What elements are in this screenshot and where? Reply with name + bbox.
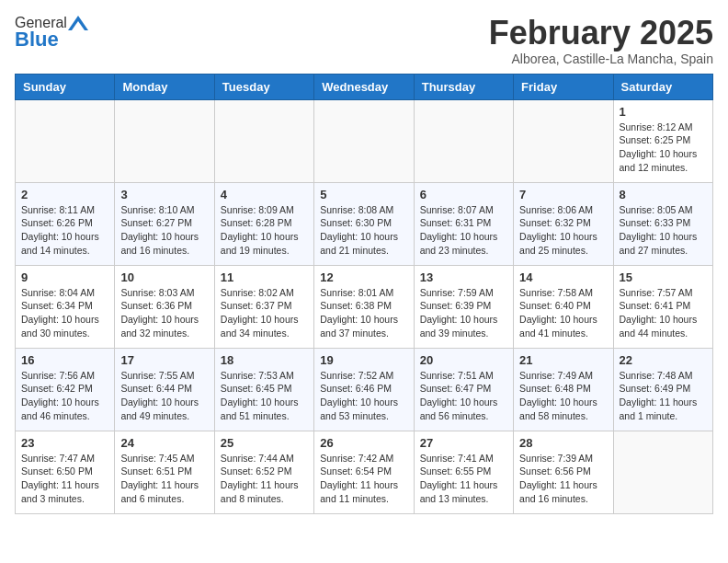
day-number: 25 <box>221 436 308 450</box>
calendar-day-cell: 20Sunrise: 7:51 AM Sunset: 6:47 PM Dayli… <box>414 348 513 431</box>
day-info: Sunrise: 7:55 AM Sunset: 6:44 PM Dayligh… <box>120 369 208 423</box>
day-number: 3 <box>120 188 208 201</box>
day-info: Sunrise: 7:51 AM Sunset: 6:47 PM Dayligh… <box>420 369 507 423</box>
day-number: 18 <box>221 353 308 367</box>
day-info: Sunrise: 8:12 AM Sunset: 6:25 PM Dayligh… <box>620 121 707 175</box>
day-number: 19 <box>320 353 407 367</box>
day-number: 21 <box>519 353 607 367</box>
calendar-day-cell: 24Sunrise: 7:45 AM Sunset: 6:51 PM Dayli… <box>115 431 214 513</box>
weekday-header: Sunday <box>16 74 115 99</box>
calendar-week-row: 9Sunrise: 8:04 AM Sunset: 6:34 PM Daylig… <box>16 265 713 348</box>
calendar-day-cell: 14Sunrise: 7:58 AM Sunset: 6:40 PM Dayli… <box>514 265 613 348</box>
day-info: Sunrise: 8:05 AM Sunset: 6:33 PM Dayligh… <box>620 203 707 258</box>
weekday-header: Thursday <box>414 74 513 99</box>
calendar-day-cell: 15Sunrise: 7:57 AM Sunset: 6:41 PM Dayli… <box>613 265 712 348</box>
logo-blue-text: Blue <box>15 28 59 52</box>
day-info: Sunrise: 7:57 AM Sunset: 6:41 PM Dayligh… <box>620 286 707 340</box>
day-number: 1 <box>620 105 707 119</box>
calendar-day-cell: 8Sunrise: 8:05 AM Sunset: 6:33 PM Daylig… <box>613 182 712 265</box>
calendar-day-cell: 21Sunrise: 7:49 AM Sunset: 6:48 PM Dayli… <box>514 348 613 431</box>
calendar-day-cell: 12Sunrise: 8:01 AM Sunset: 6:38 PM Dayli… <box>314 265 414 348</box>
calendar-day-cell: 18Sunrise: 7:53 AM Sunset: 6:45 PM Dayli… <box>214 348 313 431</box>
calendar-day-cell <box>16 99 115 182</box>
day-info: Sunrise: 8:02 AM Sunset: 6:37 PM Dayligh… <box>221 286 308 340</box>
day-info: Sunrise: 8:07 AM Sunset: 6:31 PM Dayligh… <box>420 203 507 258</box>
day-info: Sunrise: 7:59 AM Sunset: 6:39 PM Dayligh… <box>420 286 507 340</box>
weekday-header: Friday <box>514 74 613 99</box>
calendar-day-cell: 3Sunrise: 8:10 AM Sunset: 6:27 PM Daylig… <box>115 182 214 265</box>
calendar-day-cell: 13Sunrise: 7:59 AM Sunset: 6:39 PM Dayli… <box>414 265 513 348</box>
calendar-day-cell: 2Sunrise: 8:11 AM Sunset: 6:26 PM Daylig… <box>16 182 115 265</box>
day-info: Sunrise: 7:41 AM Sunset: 6:55 PM Dayligh… <box>420 452 507 506</box>
day-info: Sunrise: 7:39 AM Sunset: 6:56 PM Dayligh… <box>519 452 607 506</box>
day-number: 26 <box>320 436 407 450</box>
calendar-day-cell: 7Sunrise: 8:06 AM Sunset: 6:32 PM Daylig… <box>514 182 613 265</box>
day-number: 28 <box>519 436 607 450</box>
day-info: Sunrise: 7:53 AM Sunset: 6:45 PM Dayligh… <box>221 369 308 423</box>
day-number: 12 <box>320 270 407 284</box>
day-number: 24 <box>120 436 208 450</box>
calendar-day-cell: 25Sunrise: 7:44 AM Sunset: 6:52 PM Dayli… <box>214 431 313 513</box>
day-info: Sunrise: 7:52 AM Sunset: 6:46 PM Dayligh… <box>320 369 407 423</box>
day-number: 8 <box>620 188 707 201</box>
day-number: 14 <box>519 270 607 284</box>
calendar-day-cell: 26Sunrise: 7:42 AM Sunset: 6:54 PM Dayli… <box>314 431 414 513</box>
calendar-week-row: 23Sunrise: 7:47 AM Sunset: 6:50 PM Dayli… <box>16 431 713 513</box>
day-number: 11 <box>221 270 308 284</box>
month-title: February 2025 <box>489 15 713 52</box>
calendar-day-cell: 6Sunrise: 8:07 AM Sunset: 6:31 PM Daylig… <box>414 182 513 265</box>
weekday-header: Tuesday <box>214 74 313 99</box>
calendar-day-cell: 17Sunrise: 7:55 AM Sunset: 6:44 PM Dayli… <box>115 348 214 431</box>
day-number: 4 <box>221 188 308 201</box>
logo-icon <box>68 16 88 30</box>
day-number: 6 <box>420 188 507 201</box>
calendar-header-row: SundayMondayTuesdayWednesdayThursdayFrid… <box>16 74 713 99</box>
calendar-day-cell: 19Sunrise: 7:52 AM Sunset: 6:46 PM Dayli… <box>314 348 414 431</box>
day-info: Sunrise: 7:48 AM Sunset: 6:49 PM Dayligh… <box>620 369 707 423</box>
calendar-table: SundayMondayTuesdayWednesdayThursdayFrid… <box>15 74 713 514</box>
day-number: 23 <box>21 436 108 450</box>
day-number: 10 <box>120 270 208 284</box>
calendar-day-cell: 11Sunrise: 8:02 AM Sunset: 6:37 PM Dayli… <box>214 265 313 348</box>
weekday-header: Saturday <box>613 74 712 99</box>
weekday-header: Monday <box>115 74 214 99</box>
calendar-day-cell: 16Sunrise: 7:56 AM Sunset: 6:42 PM Dayli… <box>16 348 115 431</box>
calendar-week-row: 16Sunrise: 7:56 AM Sunset: 6:42 PM Dayli… <box>16 348 713 431</box>
day-info: Sunrise: 8:11 AM Sunset: 6:26 PM Dayligh… <box>21 203 108 258</box>
calendar-day-cell <box>514 99 613 182</box>
day-number: 16 <box>21 353 108 367</box>
day-info: Sunrise: 7:58 AM Sunset: 6:40 PM Dayligh… <box>519 286 607 340</box>
day-info: Sunrise: 8:04 AM Sunset: 6:34 PM Dayligh… <box>21 286 108 340</box>
calendar-day-cell: 9Sunrise: 8:04 AM Sunset: 6:34 PM Daylig… <box>16 265 115 348</box>
day-info: Sunrise: 8:03 AM Sunset: 6:36 PM Dayligh… <box>120 286 208 340</box>
calendar-day-cell: 5Sunrise: 8:08 AM Sunset: 6:30 PM Daylig… <box>314 182 414 265</box>
logo: General Blue <box>15 15 89 52</box>
day-number: 7 <box>519 188 607 201</box>
day-number: 22 <box>620 353 707 367</box>
calendar-day-cell <box>115 99 214 182</box>
calendar-day-cell: 4Sunrise: 8:09 AM Sunset: 6:28 PM Daylig… <box>214 182 313 265</box>
calendar-day-cell: 10Sunrise: 8:03 AM Sunset: 6:36 PM Dayli… <box>115 265 214 348</box>
day-info: Sunrise: 8:06 AM Sunset: 6:32 PM Dayligh… <box>519 203 607 258</box>
day-info: Sunrise: 8:10 AM Sunset: 6:27 PM Dayligh… <box>120 203 208 258</box>
day-info: Sunrise: 8:01 AM Sunset: 6:38 PM Dayligh… <box>320 286 407 340</box>
day-number: 15 <box>620 270 707 284</box>
day-number: 13 <box>420 270 507 284</box>
day-number: 20 <box>420 353 507 367</box>
title-block: February 2025 Alborea, Castille-La Manch… <box>489 15 713 66</box>
day-number: 27 <box>420 436 507 450</box>
day-info: Sunrise: 7:45 AM Sunset: 6:51 PM Dayligh… <box>120 452 208 506</box>
day-info: Sunrise: 8:08 AM Sunset: 6:30 PM Dayligh… <box>320 203 407 258</box>
calendar-day-cell: 22Sunrise: 7:48 AM Sunset: 6:49 PM Dayli… <box>613 348 712 431</box>
weekday-header: Wednesday <box>314 74 414 99</box>
day-info: Sunrise: 7:47 AM Sunset: 6:50 PM Dayligh… <box>21 452 108 506</box>
day-number: 17 <box>120 353 208 367</box>
day-number: 9 <box>21 270 108 284</box>
calendar-week-row: 2Sunrise: 8:11 AM Sunset: 6:26 PM Daylig… <box>16 182 713 265</box>
location-text: Alborea, Castille-La Mancha, Spain <box>489 52 713 66</box>
calendar-day-cell: 27Sunrise: 7:41 AM Sunset: 6:55 PM Dayli… <box>414 431 513 513</box>
day-number: 5 <box>320 188 407 201</box>
day-info: Sunrise: 7:42 AM Sunset: 6:54 PM Dayligh… <box>320 452 407 506</box>
calendar-day-cell <box>314 99 414 182</box>
calendar-day-cell: 28Sunrise: 7:39 AM Sunset: 6:56 PM Dayli… <box>514 431 613 513</box>
